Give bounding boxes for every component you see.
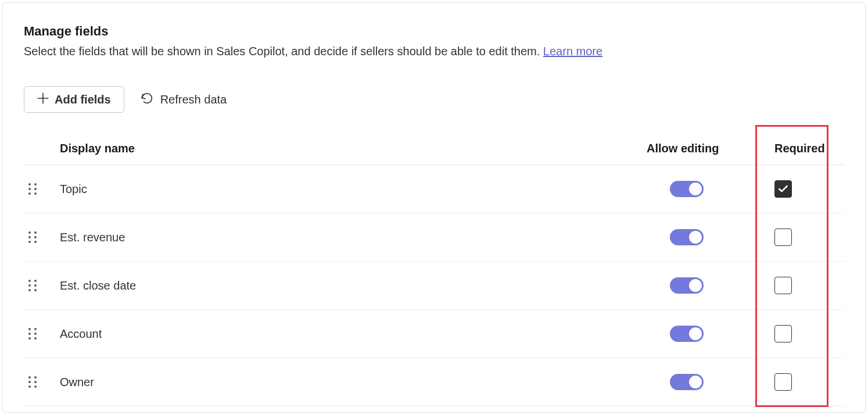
allow-editing-toggle[interactable] <box>670 229 704 245</box>
table-header-row: Display name Allow editing Required <box>24 134 844 165</box>
toolbar: Add fields Refresh data <box>24 86 844 113</box>
table-row: Owner <box>24 358 844 406</box>
drag-handle-icon[interactable] <box>27 375 38 389</box>
drag-handle-icon[interactable] <box>27 327 38 341</box>
required-checkbox[interactable] <box>774 373 792 391</box>
allow-editing-toggle[interactable] <box>670 326 704 342</box>
required-checkbox[interactable] <box>774 277 792 294</box>
required-checkbox[interactable] <box>774 229 792 246</box>
drag-handle-icon[interactable] <box>27 230 38 244</box>
table-row: Account <box>24 310 844 358</box>
refresh-icon <box>141 92 153 108</box>
table-row: Est. revenue <box>24 213 844 262</box>
page-title: Manage fields <box>24 24 844 39</box>
drag-handle-icon[interactable] <box>27 182 38 196</box>
required-checkbox[interactable] <box>774 325 792 342</box>
field-name-label: Topic <box>59 183 647 196</box>
field-name-label: Est. close date <box>59 279 647 292</box>
manage-fields-panel: Manage fields Select the fields that wil… <box>2 2 866 413</box>
allow-editing-toggle[interactable] <box>670 374 704 390</box>
add-fields-button[interactable]: Add fields <box>24 86 124 113</box>
field-name-label: Account <box>59 327 647 341</box>
field-name-label: Est. revenue <box>59 231 647 244</box>
header-required: Required <box>757 142 844 155</box>
add-fields-label: Add fields <box>55 93 111 106</box>
header-allow-editing: Allow editing <box>647 142 757 155</box>
allow-editing-toggle[interactable] <box>670 277 704 294</box>
plus-icon <box>37 92 49 106</box>
page-subtitle: Select the fields that will be shown in … <box>24 45 844 58</box>
table-row: Est. close date <box>24 262 844 310</box>
allow-editing-toggle[interactable] <box>670 181 704 197</box>
field-name-label: Owner <box>59 376 647 389</box>
required-checkbox[interactable] <box>774 180 792 198</box>
refresh-data-label: Refresh data <box>160 93 227 106</box>
subtitle-text: Select the fields that will be shown in … <box>24 45 543 58</box>
header-display-name: Display name <box>59 142 647 155</box>
learn-more-link[interactable]: Learn more <box>543 45 602 58</box>
refresh-data-button[interactable]: Refresh data <box>141 92 227 108</box>
drag-handle-icon[interactable] <box>27 279 38 292</box>
table-row: Topic <box>24 165 844 213</box>
fields-table: Display name Allow editing Required Topi… <box>24 134 844 406</box>
